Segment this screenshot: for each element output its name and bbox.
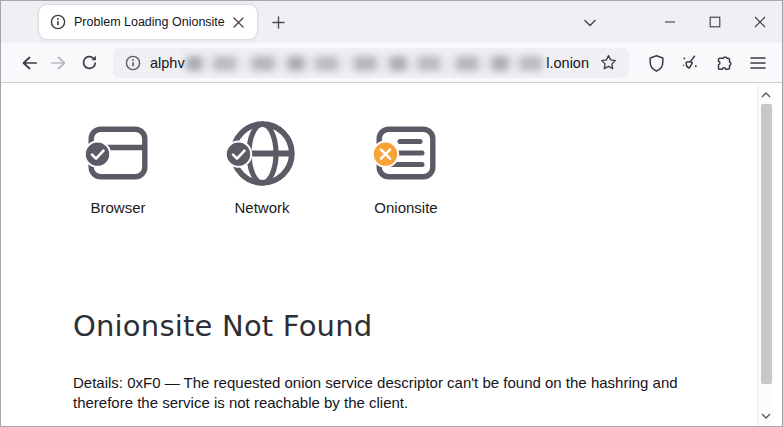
check-badge-icon (83, 140, 112, 169)
window-close-button[interactable] (737, 1, 782, 43)
window-controls (647, 1, 782, 43)
status-label-network: Network (234, 199, 289, 216)
scroll-down-arrow-icon[interactable] (758, 408, 774, 424)
back-button[interactable] (14, 48, 44, 78)
maximize-button[interactable] (692, 1, 737, 43)
menu-hamburger-icon[interactable] (743, 48, 773, 78)
new-tab-button[interactable] (265, 10, 291, 35)
tab-problem-loading-onionsite[interactable]: Problem Loading Onionsite (39, 5, 257, 39)
page-title: Onionsite Not Found (73, 309, 372, 343)
navigation-toolbar: alphv l.onion (1, 43, 782, 83)
url-bar[interactable]: alphv l.onion (113, 48, 629, 78)
error-x-badge-icon (371, 140, 400, 169)
status-onionsite: Onionsite (346, 120, 466, 216)
new-identity-broom-icon[interactable] (675, 48, 705, 78)
connection-status-row: Browser Network (58, 120, 466, 216)
error-details-line-1: Details: 0xF0 — The requested onion serv… (73, 373, 678, 393)
error-details: Details: 0xF0 — The requested onion serv… (73, 373, 678, 413)
status-browser: Browser (58, 120, 178, 216)
tab-title: Problem Loading Onionsite (74, 15, 227, 29)
status-network: Network (202, 120, 322, 216)
page-content: Browser Network (1, 83, 782, 427)
status-label-onionsite: Onionsite (374, 199, 437, 216)
url-visible-prefix: alphv (150, 55, 185, 71)
status-label-browser: Browser (90, 199, 145, 216)
vertical-scrollbar[interactable] (757, 85, 774, 427)
error-details-line-2: therefore the service is not reachable b… (73, 393, 678, 413)
url-visible-suffix: l.onion (546, 55, 589, 71)
bookmark-star-icon[interactable] (595, 50, 621, 76)
reload-button[interactable] (74, 48, 104, 78)
site-info-icon[interactable] (125, 55, 141, 71)
tab-bar: Problem Loading Onionsite (1, 1, 782, 43)
minimize-button[interactable] (647, 1, 692, 43)
redacted-url-segment (186, 56, 544, 71)
tab-close-button[interactable] (227, 11, 249, 33)
tab-list-chevron-down-icon[interactable] (577, 10, 603, 35)
info-circle-icon (50, 14, 66, 30)
check-badge-icon (224, 140, 253, 169)
browser-window: Problem Loading Onionsite (0, 0, 783, 427)
shield-icon[interactable] (641, 48, 671, 78)
forward-button[interactable] (44, 48, 74, 78)
scroll-up-arrow-icon[interactable] (758, 87, 774, 103)
scrollbar-thumb[interactable] (761, 104, 772, 384)
extensions-puzzle-icon[interactable] (709, 48, 739, 78)
